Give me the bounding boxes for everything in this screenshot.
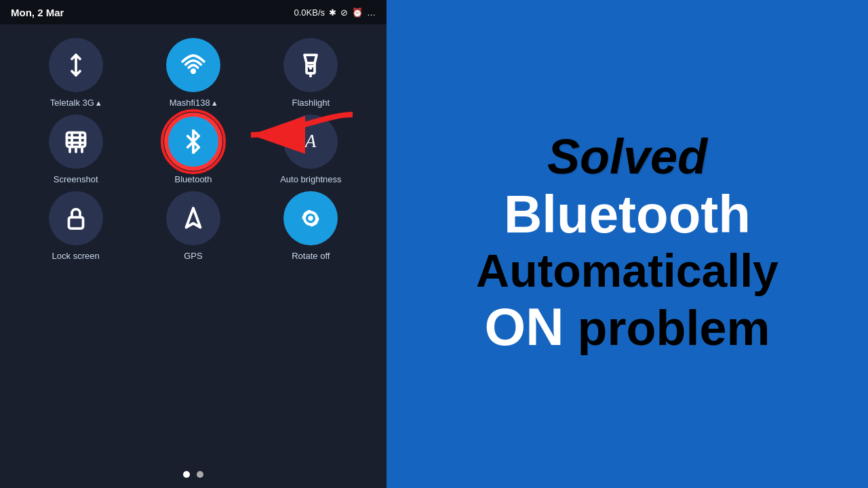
- lock-icon: [64, 206, 88, 230]
- qs-row-1: Teletalk 3G ▴ Mashfi138 ▴: [20, 38, 366, 108]
- svg-rect-16: [68, 218, 83, 229]
- svg-marker-17: [186, 208, 200, 228]
- bluetooth-icon: [181, 129, 205, 154]
- qs-item-gps[interactable]: GPS: [153, 191, 234, 261]
- qs-circle-wifi: [166, 38, 220, 92]
- pagination-dot-1[interactable]: [183, 471, 190, 478]
- pagination: [0, 461, 387, 488]
- qs-circle-flashlight: [283, 38, 338, 92]
- title-bluetooth: Bluetooth: [504, 188, 751, 241]
- network-speed: 0.0KB/s: [294, 7, 325, 18]
- qs-circle-brightness: A: [283, 115, 338, 169]
- svg-rect-6: [66, 133, 85, 147]
- right-panel: Solved Bluetooth Automatically ON proble…: [387, 0, 868, 488]
- qs-circle-gps: [166, 191, 220, 245]
- bluetooth-status-icon: ✱: [329, 7, 336, 18]
- alarm-icon: ⏰: [352, 7, 363, 18]
- qs-circle-lock: [49, 191, 103, 245]
- screenshot-icon: [64, 129, 88, 154]
- qs-item-brightness[interactable]: A Auto brightness: [270, 115, 351, 184]
- quick-settings: Teletalk 3G ▴ Mashfi138 ▴: [0, 24, 387, 461]
- wifi-icon: [181, 53, 205, 77]
- more-icon: …: [367, 7, 376, 18]
- left-panel: Mon, 2 Mar 0.0KB/s ✱ ⊘ ⏰ … Teletalk 3G: [0, 0, 387, 488]
- qs-label-bluetooth: Bluetooth: [175, 174, 212, 184]
- qs-circle-rotate: [283, 191, 338, 245]
- status-icons: 0.0KB/s ✱ ⊘ ⏰ …: [294, 7, 376, 18]
- title-problem: problem: [577, 301, 770, 355]
- signal-slash-icon: ⊘: [340, 7, 348, 18]
- qs-label-wifi: Mashfi138 ▴: [170, 98, 218, 108]
- gps-icon: [181, 206, 205, 230]
- svg-point-1: [192, 70, 195, 73]
- qs-label-brightness: Auto brightness: [280, 174, 341, 184]
- qs-item-teletalk[interactable]: Teletalk 3G ▴: [35, 38, 117, 108]
- svg-point-5: [309, 66, 313, 70]
- status-bar: Mon, 2 Mar 0.0KB/s ✱ ⊘ ⏰ …: [0, 0, 387, 24]
- qs-circle-screenshot: [49, 115, 103, 169]
- qs-item-flashlight[interactable]: Flashlight: [270, 38, 351, 108]
- title-solved: Solved: [547, 132, 707, 181]
- qs-item-rotate[interactable]: Rotate off: [270, 191, 351, 261]
- svg-point-19: [309, 216, 314, 221]
- qs-label-gps: GPS: [184, 251, 202, 261]
- qs-item-wifi[interactable]: Mashfi138 ▴: [153, 38, 234, 108]
- title-on: ON: [484, 297, 564, 357]
- qs-label-rotate: Rotate off: [292, 251, 330, 261]
- qs-circle-bluetooth: [166, 115, 220, 169]
- brightness-icon: A: [298, 129, 323, 154]
- qs-circle-teletalk: [49, 38, 103, 92]
- qs-row-2: Screenshot Bluetooth A: [20, 115, 366, 184]
- title-auto: Automatically: [476, 247, 778, 293]
- bluetooth-wrapper: [166, 115, 220, 169]
- data-icon: [64, 53, 88, 77]
- qs-item-bluetooth[interactable]: Bluetooth: [153, 115, 234, 184]
- rotate-icon: [298, 206, 323, 230]
- qs-label-screenshot: Screenshot: [54, 174, 98, 184]
- svg-text:A: A: [304, 131, 317, 151]
- flashlight-icon: [298, 53, 323, 77]
- qs-row-3: Lock screen GPS: [20, 191, 366, 261]
- qs-label-lock: Lock screen: [52, 251, 100, 261]
- qs-item-lock[interactable]: Lock screen: [35, 191, 117, 261]
- qs-label-flashlight: Flashlight: [292, 98, 330, 108]
- pagination-dot-2[interactable]: [197, 471, 203, 478]
- qs-item-screenshot[interactable]: Screenshot: [35, 115, 117, 184]
- qs-label-teletalk: Teletalk 3G ▴: [50, 98, 102, 108]
- on-problem-line: ON problem: [484, 300, 770, 355]
- status-date: Mon, 2 Mar: [11, 7, 64, 18]
